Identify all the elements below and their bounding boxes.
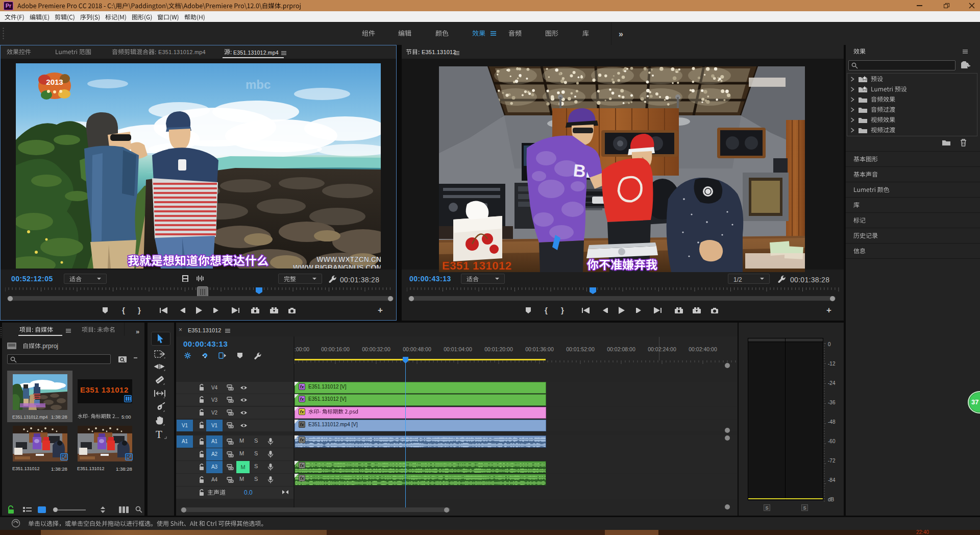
svg-text:E351 131012: E351 131012 (442, 259, 511, 272)
svg-text:mbc: mbc (246, 78, 271, 91)
svg-text:WWW.WXTZCN.CN: WWW.WXTZCN.CN (316, 255, 381, 263)
svg-text:2013: 2013 (46, 78, 63, 86)
svg-text:WWW.BIGBANGNUS.COM: WWW.BIGBANGNUS.COM (293, 263, 381, 269)
